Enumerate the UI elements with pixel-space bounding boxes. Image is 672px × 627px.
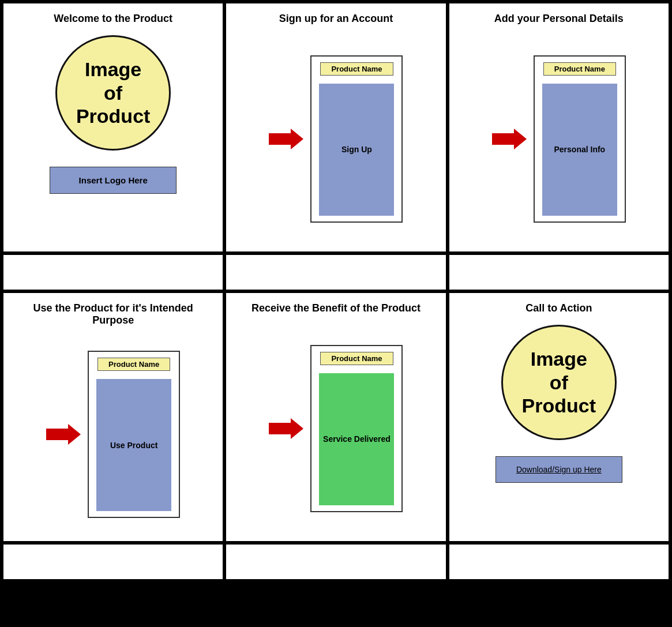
use-screen-inner: Use Product	[96, 379, 171, 511]
welcome-title: Welcome to the Product	[54, 13, 172, 25]
benefit-screen-inner: Service Delivered	[319, 373, 394, 505]
cta-image-text: ImageofProduct	[522, 347, 596, 418]
personal-details-cell: Add your Personal Details Product Name P…	[449, 3, 669, 251]
svg-marker-2	[46, 424, 81, 445]
welcome-image-text: ImageofProduct	[76, 58, 150, 128]
signup-screen-mockup: Product Name Sign Up	[310, 55, 403, 223]
svg-marker-0	[269, 129, 303, 149]
personal-mockup-row: Product Name Personal Info	[459, 35, 659, 242]
spacer-5	[226, 545, 445, 579]
benefit-cell: Receive the Benefit of the Product Produ…	[226, 293, 445, 541]
benefit-screen-mockup: Product Name Service Delivered	[310, 345, 403, 512]
cta-title: Call to Action	[525, 302, 592, 314]
spacer-3	[449, 255, 669, 290]
signup-title: Sign up for an Account	[279, 13, 393, 25]
svg-marker-3	[269, 418, 303, 439]
benefit-title: Receive the Benefit of the Product	[251, 302, 421, 314]
signup-product-name-badge: Product Name	[320, 62, 393, 76]
welcome-product-circle: ImageofProduct	[55, 35, 171, 151]
use-screen-mockup: Product Name Use Product	[88, 351, 180, 518]
spacer-6	[449, 545, 669, 579]
personal-arrow-icon	[492, 129, 527, 149]
spacer-4	[3, 545, 223, 579]
spacer-1	[3, 255, 223, 290]
cta-product-circle: ImageofProduct	[501, 325, 617, 440]
cta-cell: Call to Action ImageofProduct Download/S…	[449, 293, 669, 541]
use-product-cell: Use the Product for it's Intended Purpos…	[3, 293, 223, 541]
use-product-name-badge: Product Name	[97, 358, 170, 371]
signup-screen-inner: Sign Up	[319, 84, 394, 216]
spacer-2	[226, 255, 445, 290]
use-arrow-icon	[46, 424, 81, 445]
signup-arrow-icon	[269, 129, 303, 149]
main-grid: Welcome to the Product ImageofProduct In…	[0, 0, 672, 583]
signup-cell: Sign up for an Account Product Name Sign…	[226, 3, 445, 251]
benefit-arrow-icon	[269, 418, 303, 439]
svg-marker-1	[492, 129, 527, 149]
use-product-title: Use the Product for it's Intended Purpos…	[13, 302, 213, 326]
personal-screen-mockup: Product Name Personal Info	[534, 55, 626, 223]
benefit-product-name-badge: Product Name	[320, 352, 393, 365]
insert-logo-button[interactable]: Insert Logo Here	[50, 167, 177, 194]
personal-details-title: Add your Personal Details	[494, 13, 624, 25]
signup-mockup-row: Product Name Sign Up	[235, 35, 436, 242]
download-signup-button[interactable]: Download/Sign up Here	[495, 456, 622, 483]
personal-product-name-badge: Product Name	[543, 62, 616, 76]
welcome-cell: Welcome to the Product ImageofProduct In…	[3, 3, 223, 251]
use-mockup-row: Product Name Use Product	[13, 337, 213, 532]
personal-screen-inner: Personal Info	[542, 84, 617, 216]
benefit-mockup-row: Product Name Service Delivered	[235, 325, 436, 532]
